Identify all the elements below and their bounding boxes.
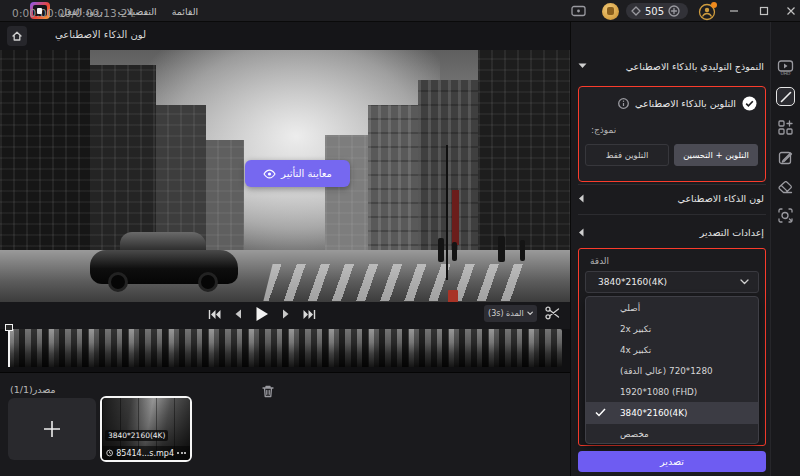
- section-ai-color[interactable]: لون الذكاء الاصطناعي: [578, 190, 764, 206]
- source-count-label: مصدر(1/1): [10, 384, 56, 395]
- chevron-left-icon: [578, 228, 584, 237]
- pedestrian: [438, 238, 444, 262]
- add-grid-icon[interactable]: [776, 118, 795, 137]
- export-button[interactable]: تصدير: [578, 451, 766, 472]
- colorize-only-button[interactable]: التلوين فقط: [585, 144, 669, 166]
- section-generative-model[interactable]: النموذج التوليدي بالذكاء الاصطناعي: [578, 58, 764, 74]
- resolution-option[interactable]: 1920*1080 (FHD): [586, 381, 758, 402]
- add-source-button[interactable]: [8, 398, 96, 460]
- diamond-icon: [631, 6, 641, 16]
- next-frame-button[interactable]: [282, 309, 290, 319]
- red-sign: [448, 290, 458, 302]
- thumbnail-filename: 85414...s.mp4: [116, 449, 174, 458]
- info-icon[interactable]: [618, 98, 629, 109]
- trash-icon[interactable]: [260, 383, 276, 399]
- preview-effect-button[interactable]: معاينة التأثير: [245, 160, 350, 187]
- divider: [578, 184, 766, 185]
- section-export-settings[interactable]: إعدادات التصدير: [578, 224, 764, 240]
- thumbnail-resolution-badge: 3840*2160(4K): [105, 430, 168, 441]
- check-icon: [595, 408, 606, 417]
- account-icon[interactable]: [698, 3, 716, 21]
- home-button[interactable]: [7, 26, 27, 46]
- section-export-settings-label: إعدادات التصدير: [700, 227, 764, 238]
- chevron-down-icon: [578, 63, 587, 69]
- ai-colorize-title: التلوين بالذكاء الاصطناعي: [635, 98, 736, 109]
- ai-colorize-card: التلوين بالذكاء الاصطناعي نموذج: التلوين…: [578, 86, 766, 182]
- credits-count: 505: [645, 6, 664, 17]
- section-generative-model-label: النموذج التوليدي بالذكاء الاصطناعي: [626, 61, 764, 72]
- eye-icon: [263, 169, 276, 179]
- menu-main[interactable]: القائمة: [172, 6, 198, 17]
- screen-record-icon[interactable]: [569, 4, 587, 18]
- red-banner: [452, 190, 459, 245]
- maximize-button[interactable]: [752, 0, 776, 22]
- crosswalk: [263, 264, 524, 301]
- source-thumbnail[interactable]: 3840*2160(4K) 85414...s.mp4: [100, 396, 192, 462]
- chevron-down-icon: [527, 311, 533, 316]
- section-ai-color-label: لون الذكاء الاصطناعي: [678, 193, 765, 204]
- notification-dot: [711, 2, 717, 8]
- plus-icon: [43, 420, 61, 438]
- export-label: تصدير: [660, 456, 684, 467]
- minimize-button[interactable]: [722, 0, 746, 22]
- colorize-enhance-label: التلوين + التحسين: [683, 150, 749, 160]
- skip-end-button[interactable]: [303, 309, 316, 320]
- uhd-preview-icon[interactable]: UHD: [776, 58, 795, 77]
- avatar[interactable]: [602, 3, 619, 20]
- pedestrian: [452, 242, 457, 261]
- divider: [578, 214, 766, 215]
- timeline-filmstrip[interactable]: [8, 329, 562, 367]
- pedestrian: [498, 236, 505, 262]
- resolution-option[interactable]: مخصص: [586, 424, 758, 444]
- chevron-left-icon: [578, 194, 584, 203]
- resolution-option-selected[interactable]: 3840*2160(4K): [586, 402, 758, 423]
- traffic-pole: [446, 145, 448, 280]
- add-credits-icon[interactable]: [668, 5, 680, 17]
- resolution-option[interactable]: تكبير 2x: [586, 318, 758, 339]
- playhead-handle[interactable]: [5, 324, 13, 331]
- skip-start-button[interactable]: [208, 309, 221, 320]
- play-button[interactable]: [255, 306, 269, 322]
- svg-text:UHD: UHD: [780, 71, 791, 76]
- credits-pill[interactable]: 505: [626, 3, 688, 19]
- close-button[interactable]: [779, 0, 800, 22]
- resolution-option[interactable]: 1280*720 (عالي الدقة): [586, 360, 758, 381]
- duration-dropdown[interactable]: المدة (3s): [484, 305, 537, 322]
- cut-button[interactable]: [543, 304, 561, 322]
- colorize-only-label: التلوين فقط: [606, 150, 649, 160]
- resolution-option[interactable]: تكبير 4x: [586, 339, 758, 360]
- pedestrian: [520, 240, 525, 261]
- playhead[interactable]: [8, 329, 10, 367]
- check-circle-icon[interactable]: [742, 96, 757, 111]
- resolution-select[interactable]: 3840*2160(4K): [585, 271, 759, 293]
- resolution-value: 3840*2160(4K): [598, 277, 667, 287]
- timecode: 0:00:00:00/0:00:13:24: [12, 7, 135, 19]
- colorize-tool-icon[interactable]: [776, 87, 795, 106]
- clock-icon: [106, 449, 113, 457]
- thumbnail-info-bar: 85414...s.mp4: [102, 446, 190, 460]
- preview-effect-label: معاينة التأثير: [281, 168, 332, 179]
- resolution-dropdown: أصلي تكبير 2x تكبير 4x 1280*720 (عالي ال…: [585, 296, 759, 444]
- car: [90, 232, 238, 294]
- resolution-option[interactable]: أصلي: [586, 297, 758, 318]
- chevron-down-icon: [740, 279, 749, 285]
- app-window: ردود الفعل التفضيلات القائمة 505: [0, 0, 800, 476]
- face-enhance-icon[interactable]: [776, 206, 795, 225]
- eraser-icon[interactable]: [776, 178, 795, 197]
- edit-icon[interactable]: [776, 148, 795, 167]
- model-label: نموذج:: [591, 125, 616, 135]
- more-options-icon[interactable]: [177, 452, 186, 454]
- duration-label: المدة (3s): [488, 309, 524, 318]
- colorize-enhance-button[interactable]: التلوين + التحسين: [674, 144, 758, 166]
- resolution-label: الدقة: [590, 256, 609, 266]
- page-title: لون الذكاء الاصطناعي: [55, 29, 146, 40]
- prev-frame-button[interactable]: [234, 309, 242, 319]
